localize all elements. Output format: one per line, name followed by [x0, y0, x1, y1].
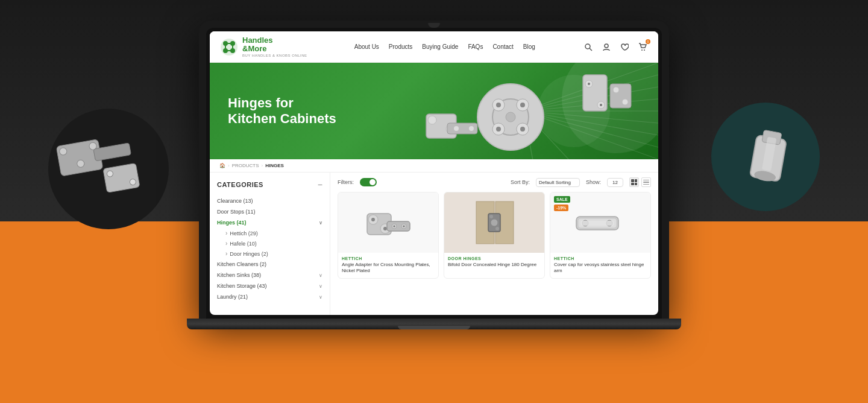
sidebar: CATEGORIES − Clearance (13) Door Stops (…	[210, 173, 330, 315]
category-list: Clearance (13) Door Stops (11) Hinges (4…	[217, 195, 322, 302]
chevron-down-icon-sinks: ∨	[319, 273, 322, 278]
svg-point-49	[506, 112, 515, 122]
hero-hinge-3	[577, 72, 637, 132]
subcategory-hettich[interactable]: Hettich (29)	[225, 228, 322, 238]
logo-icon	[219, 37, 239, 57]
cart-icon	[638, 43, 647, 51]
chevron-down-icon: ∨	[319, 220, 322, 226]
category-laundry[interactable]: Laundry (21) ∨	[217, 291, 322, 302]
product-name-3: Cover cap for veosys stainless steel hin…	[554, 262, 647, 274]
nav-faqs[interactable]: FAQs	[468, 43, 483, 50]
filter-toggle[interactable]	[360, 178, 377, 186]
cart-button[interactable]: 0	[637, 41, 649, 53]
subcategory-door-hinges[interactable]: Door Hinges (2)	[225, 249, 322, 259]
svg-point-52	[496, 127, 501, 132]
nav-buying-guide[interactable]: Buying Guide	[422, 43, 458, 50]
products-grid: HETTICH Angle Adapter for Cross Mounting…	[338, 192, 651, 279]
product-card-1[interactable]: HETTICH Angle Adapter for Cross Mounting…	[338, 192, 439, 279]
category-clearance[interactable]: Clearance (13)	[217, 195, 322, 206]
svg-point-50	[496, 103, 501, 107]
svg-point-76	[489, 215, 493, 218]
wishlist-button[interactable]	[618, 41, 631, 53]
svg-point-70	[394, 226, 395, 227]
svg-point-58	[613, 87, 619, 93]
category-door-stops[interactable]: Door Stops (11)	[217, 206, 322, 217]
heart-icon	[620, 43, 629, 51]
svg-point-23	[605, 44, 608, 48]
product-brand-1: HETTICH	[342, 256, 435, 261]
laptop-frame: Handles &More BUY HANDLES & KNOBS ONLINE…	[163, 21, 705, 382]
hero-text: Hinges for Kitchen Cabinets	[228, 95, 336, 127]
discount-badge: -19%	[554, 205, 568, 211]
camera-notch	[428, 23, 440, 28]
breadcrumb-sep-1: ›	[228, 163, 230, 168]
sidebar-title: CATEGORIES	[217, 181, 263, 188]
hero-products	[411, 69, 640, 159]
grid-cell	[635, 179, 638, 182]
list-view-button[interactable]	[641, 177, 651, 187]
svg-line-22	[590, 48, 592, 51]
svg-point-41	[454, 126, 459, 131]
category-kitchen-cleaners[interactable]: Kitchen Cleaners (2)	[217, 259, 322, 270]
hinges-subcategories: Hettich (29) Hafele (10) Door Hinges (2)	[217, 228, 322, 259]
search-icon	[584, 43, 593, 51]
grid-cell	[631, 183, 634, 186]
breadcrumb-home[interactable]: 🏠	[219, 163, 225, 168]
navigation-bar: Handles &More BUY HANDLES & KNOBS ONLINE…	[210, 31, 658, 63]
product-hinge-1-icon	[364, 198, 412, 247]
nav-icon-group: 0	[582, 41, 649, 53]
hero-heading: Hinges for Kitchen Cabinets	[228, 95, 336, 127]
nav-about[interactable]: About Us	[354, 43, 379, 50]
main-content: CATEGORIES − Clearance (13) Door Stops (…	[210, 173, 658, 315]
product-name-1: Angle Adapter for Cross Mounting Plates,…	[342, 262, 435, 274]
svg-point-75	[491, 219, 498, 226]
products-toolbar: Filters: Sort By: Default Sorting Show: …	[338, 177, 651, 187]
hinge-decoration-right	[741, 103, 820, 195]
product-hinge-3-icon	[573, 205, 627, 241]
nav-products[interactable]: Products	[389, 43, 412, 50]
grid-view-button[interactable]	[629, 177, 639, 187]
sort-label: Sort By:	[511, 179, 530, 185]
sort-select[interactable]: Default Sorting	[536, 178, 580, 187]
hero-hinge-2	[471, 75, 550, 153]
svg-point-65	[371, 218, 375, 221]
svg-point-77	[495, 227, 499, 230]
cart-badge: 0	[646, 39, 650, 44]
grid-cell	[631, 179, 634, 182]
laptop-base	[187, 319, 681, 329]
list-line	[643, 180, 649, 180]
subcategory-hafele[interactable]: Hafele (10)	[225, 238, 322, 249]
product-info-3: HETTICH Cover cap for veosys stainless s…	[550, 253, 650, 278]
account-button[interactable]	[600, 41, 612, 53]
product-image-3: SALE -19%	[550, 192, 650, 253]
product-brand-2: DOOR HINGES	[448, 256, 541, 261]
nav-contact[interactable]: Contact	[492, 43, 513, 50]
product-card-2[interactable]: DOOR HINGES Bifold Door Concealed Hinge …	[444, 192, 545, 279]
svg-point-25	[644, 49, 645, 51]
product-info-1: HETTICH Angle Adapter for Cross Mounting…	[338, 253, 438, 278]
svg-point-12	[221, 39, 237, 56]
main-nav: About Us Products Buying Guide FAQs Cont…	[307, 43, 582, 50]
hinge-decoration-left	[48, 109, 151, 214]
svg-rect-55	[610, 84, 631, 108]
sidebar-collapse-button[interactable]: −	[318, 180, 322, 189]
search-button[interactable]	[582, 41, 594, 53]
laptop-screen: Handles &More BUY HANDLES & KNOBS ONLINE…	[199, 21, 669, 319]
sale-badge: SALE	[554, 196, 570, 203]
svg-point-38	[428, 116, 436, 124]
logo-area: Handles &More BUY HANDLES & KNOBS ONLINE	[219, 36, 307, 57]
category-kitchen-storage[interactable]: Kitchen Storage (43) ∨	[217, 281, 322, 291]
svg-point-71	[403, 226, 405, 227]
hero-banner: Hinges for Kitchen Cabinets	[210, 63, 658, 159]
category-hinges[interactable]: Hinges (41) ∨	[217, 217, 322, 228]
breadcrumb-current: HINGES	[265, 163, 284, 168]
sidebar-header: CATEGORIES −	[217, 180, 322, 189]
svg-point-21	[585, 44, 590, 49]
hinge-left-icon	[47, 113, 158, 219]
breadcrumb-products[interactable]: PRODUCTS	[232, 163, 259, 168]
nav-blog[interactable]: Blog	[523, 43, 535, 50]
product-card-3[interactable]: SALE -19%	[550, 192, 651, 279]
logo-text: Handles &More BUY HANDLES & KNOBS ONLINE	[242, 36, 307, 57]
list-line	[643, 182, 649, 182]
category-kitchen-sinks[interactable]: Kitchen Sinks (38) ∨	[217, 270, 322, 281]
